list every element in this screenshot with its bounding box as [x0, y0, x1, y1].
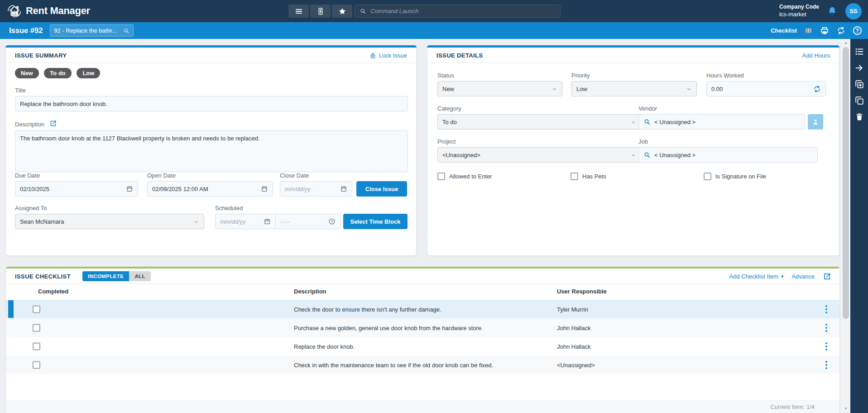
- scheduled-date-input[interactable]: mm/dd/yy: [215, 214, 276, 229]
- priority-label: Priority: [571, 72, 590, 79]
- hours-worked-value: 0.00: [711, 86, 723, 92]
- job-label: Job: [638, 138, 648, 145]
- rent-manager-logo-icon: [7, 4, 22, 18]
- filter-all-tab[interactable]: ALL: [129, 271, 151, 281]
- row-description: Replace the door knob.: [294, 343, 355, 350]
- status-label: Status: [437, 72, 454, 79]
- duplicate-icon[interactable]: [854, 95, 864, 106]
- row-completed-checkbox[interactable]: [33, 361, 40, 369]
- checklist-row[interactable]: Check in with the maintenance team to se…: [6, 355, 839, 374]
- select-time-block-button[interactable]: Select Time Block: [343, 214, 408, 229]
- row-completed-checkbox[interactable]: [33, 324, 40, 331]
- go-to-arrow-icon[interactable]: [854, 62, 864, 73]
- priority-badge: Low: [77, 68, 100, 78]
- open-description-icon[interactable]: [49, 120, 57, 127]
- vendor-lookup-input[interactable]: < Unassigned >: [638, 114, 805, 130]
- issue-list-icon[interactable]: [854, 46, 864, 57]
- due-date-input[interactable]: 02/10/2025: [15, 181, 138, 197]
- chevron-down-icon: [193, 219, 199, 225]
- kebab-menu-icon[interactable]: [824, 359, 829, 371]
- calendar-icon[interactable]: [340, 185, 347, 192]
- add-hours-link[interactable]: Add Hours: [802, 52, 830, 59]
- lock-issue-link[interactable]: Lock Issue: [369, 52, 407, 59]
- page-scrollbar[interactable]: ▲ ▼: [841, 39, 850, 413]
- kebab-menu-icon[interactable]: [824, 322, 829, 334]
- help-icon[interactable]: ?: [853, 26, 862, 35]
- caret-down-icon: ▾: [781, 274, 784, 279]
- clock-icon[interactable]: [328, 218, 336, 225]
- row-user-responsible: <Unassigned>: [557, 361, 595, 368]
- checklist-row[interactable]: Purchase a new golden, general use door …: [6, 318, 839, 337]
- summary-title: ISSUE SUMMARY: [15, 52, 67, 59]
- refresh-icon[interactable]: [837, 26, 845, 35]
- command-launch-input[interactable]: Command Launch: [355, 5, 561, 18]
- priority-value: Low: [576, 86, 587, 92]
- issue-checklist-card: ISSUE CHECKLIST INCOMPLETE ALL Add Check…: [5, 266, 840, 413]
- scroll-down-arrow[interactable]: ▼: [841, 407, 850, 411]
- scroll-up-arrow[interactable]: ▲: [841, 41, 850, 45]
- checklist-accent-bar: [5, 266, 840, 269]
- kebab-menu-icon[interactable]: [824, 341, 829, 352]
- close-issue-button[interactable]: Close Issue: [356, 181, 407, 197]
- status-badges: New To do Low: [15, 70, 104, 77]
- hours-worked-input[interactable]: 0.00: [706, 81, 826, 96]
- advance-link[interactable]: Advance: [791, 273, 815, 280]
- recalculate-refresh-icon[interactable]: [813, 85, 821, 93]
- title-input[interactable]: Replace the bathroom door knob.: [15, 96, 408, 111]
- kebab-menu-icon[interactable]: [824, 303, 829, 315]
- copy-add-icon[interactable]: [854, 79, 864, 89]
- brand[interactable]: Rent Manager: [7, 4, 90, 18]
- category-badge: To do: [44, 68, 71, 78]
- open-date-label: Open Date: [147, 172, 176, 179]
- scheduled-time-placeholder: --:--: [280, 218, 290, 225]
- calendar-icon[interactable]: [261, 185, 268, 192]
- checklist-table-header: Completed Description User Responsible: [6, 284, 839, 300]
- reports-button[interactable]: [310, 5, 331, 18]
- checklist-row[interactable]: Replace the door knob. John Hallack: [6, 337, 839, 355]
- add-checklist-item-link[interactable]: Add Checklist Item ▾: [729, 273, 784, 280]
- checklist-row[interactable]: Check the door to ensure there isn't any…: [6, 300, 839, 318]
- favorites-button[interactable]: [332, 5, 352, 18]
- project-select[interactable]: <Unassigned>: [437, 147, 641, 163]
- row-completed-checkbox[interactable]: [33, 305, 40, 313]
- category-label: Category: [437, 105, 461, 112]
- assigned-to-select[interactable]: Sean McNamara: [15, 214, 204, 229]
- signature-option: Is Signature on File: [704, 173, 766, 180]
- description-textarea[interactable]: The bathroom door knob at the 1127 Black…: [15, 130, 408, 172]
- search-icon: [360, 8, 366, 14]
- scheduled-date-placeholder: mm/dd/yy: [220, 218, 245, 225]
- open-checklist-icon[interactable]: [823, 272, 831, 281]
- status-value: New: [442, 86, 454, 92]
- calendar-icon[interactable]: [264, 218, 271, 225]
- row-user-responsible: Tyler Murrin: [557, 306, 588, 312]
- description-label: Description: [15, 121, 44, 128]
- scheduled-time-input[interactable]: --:--: [275, 214, 340, 229]
- vendor-person-button[interactable]: [808, 114, 823, 130]
- signature-checkbox[interactable]: [704, 173, 711, 180]
- notifications-bell-icon[interactable]: [827, 6, 837, 16]
- row-description: Check the door to ensure there isn't any…: [294, 306, 441, 312]
- lock-issue-label: Lock Issue: [379, 52, 407, 59]
- status-badge: New: [15, 68, 39, 78]
- details-accent-bar: [427, 45, 839, 48]
- filter-incomplete-tab[interactable]: INCOMPLETE: [82, 271, 129, 281]
- scrollbar-thumb[interactable]: [843, 47, 849, 319]
- main-menu-button[interactable]: [288, 5, 309, 18]
- issue-selector[interactable]: 92 - Replace the bathr...: [50, 24, 134, 37]
- priority-select[interactable]: Low: [571, 81, 697, 96]
- calendar-icon[interactable]: [126, 185, 133, 192]
- user-avatar[interactable]: SS: [845, 3, 862, 19]
- job-lookup-input[interactable]: < Unassigned >: [638, 147, 818, 163]
- details-title: ISSUE DETAILS: [436, 52, 483, 59]
- open-date-input[interactable]: 02/09/2025 12:00 AM: [147, 181, 273, 197]
- delete-trash-icon[interactable]: [855, 111, 864, 122]
- has-pets-checkbox[interactable]: [571, 173, 578, 180]
- board-view-icon[interactable]: [805, 27, 812, 34]
- allowed-to-enter-checkbox[interactable]: [437, 173, 445, 180]
- print-icon[interactable]: [820, 26, 829, 35]
- star-icon: [338, 7, 346, 15]
- row-completed-checkbox[interactable]: [33, 342, 40, 350]
- status-select[interactable]: New: [437, 81, 562, 96]
- close-date-input[interactable]: mm/dd/yy: [280, 181, 352, 197]
- category-select[interactable]: To do: [437, 114, 641, 130]
